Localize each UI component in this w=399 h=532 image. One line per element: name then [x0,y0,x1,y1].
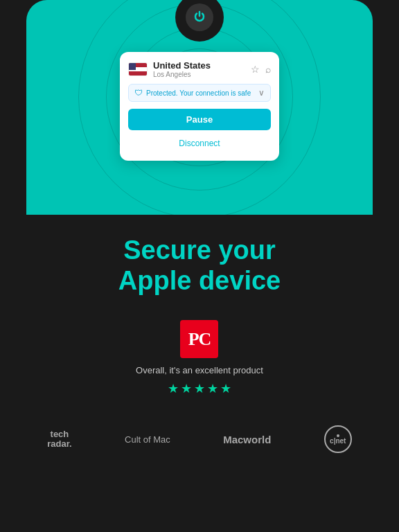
cult-of-mac-logo: Cult of Mac [125,434,170,445]
pcmag-section: PC Overall, it's an excellent product ★ … [136,320,263,417]
flag-stripe-bottom [129,71,147,76]
disconnect-button[interactable]: Disconnect [128,134,271,152]
status-bar[interactable]: 🛡 Protected. Your connection is safe ∨ [128,84,271,102]
location-text: United States Los Angeles [153,60,211,78]
cult-of-mac-text: Cult of Mac [125,434,170,445]
press-logos: tech radar. Cult of Mac Macworld c|net [14,425,385,453]
power-icon [193,10,206,24]
star-5: ★ [220,381,231,396]
city-name: Los Angeles [153,71,211,78]
bottom-section: Secure your Apple device PC Overall, it'… [0,215,399,467]
connection-card: United States Los Angeles ☆ ⌕ 🛡 Protecte… [120,52,279,161]
pcmag-logo: PC [180,320,218,358]
headline: Secure your Apple device [118,236,281,296]
status-text: Protected. Your connection is safe [146,89,251,97]
cnet-text: c|net [330,438,346,445]
macworld-text: Macworld [223,434,271,445]
card-icons: ☆ ⌕ [251,64,271,75]
headline-line1: Secure your [123,236,276,265]
dial-circle [175,0,224,42]
bookmark-icon[interactable]: ☆ [251,64,260,75]
techradar-text: tech radar. [47,429,71,450]
cnet-logo: c|net [324,425,352,453]
shield-icon: 🛡 [134,88,143,98]
star-1: ★ [168,381,179,396]
search-icon[interactable]: ⌕ [265,64,271,75]
flag-canton [129,63,136,70]
macworld-logo: Macworld [223,434,271,445]
dial-inner [186,3,213,31]
country-name: United States [153,60,211,71]
cnet-badge: c|net [324,425,352,453]
flag-name-group: United States Los Angeles [128,60,211,78]
star-4: ★ [207,381,218,396]
pause-button[interactable]: Pause [128,109,271,130]
chevron-down-icon[interactable]: ∨ [258,88,265,98]
techradar-logo: tech radar. [47,429,71,450]
star-rating: ★ ★ ★ ★ ★ [168,381,231,396]
star-2: ★ [181,381,192,396]
headline-line2: Apple device [118,266,281,295]
review-quote: Overall, it's an excellent product [136,365,263,375]
vpn-dial[interactable] [172,0,227,42]
top-section: United States Los Angeles ☆ ⌕ 🛡 Protecte… [0,0,399,215]
tablet-background: United States Los Angeles ☆ ⌕ 🛡 Protecte… [26,0,373,215]
pcmag-letters: PC [188,329,211,350]
card-header: United States Los Angeles ☆ ⌕ [128,60,271,78]
us-flag [128,62,148,76]
status-left: 🛡 Protected. Your connection is safe [134,88,251,98]
star-3: ★ [194,381,205,396]
